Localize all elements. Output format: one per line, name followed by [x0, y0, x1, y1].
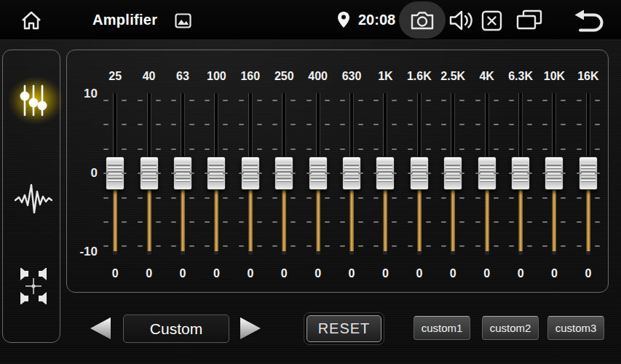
band-track-end — [518, 251, 523, 255]
band-value-label: 0 — [166, 267, 199, 280]
band-track-end — [113, 251, 117, 255]
scale-tick — [358, 173, 363, 174]
scale-tick — [441, 149, 446, 150]
scale-tick — [156, 149, 161, 150]
scale-tick — [475, 173, 480, 174]
scale-tick — [189, 221, 194, 223]
scale-label-minus10: -10 — [71, 245, 98, 259]
scale-tick — [340, 149, 345, 150]
scale-tick — [542, 173, 547, 174]
scale-tick — [205, 197, 210, 199]
sidebar-item-equalizer[interactable] — [13, 80, 54, 121]
scale-tick — [239, 245, 244, 247]
preset-custom2-button[interactable]: custom2 — [482, 316, 539, 340]
band-frequency-label: 1K — [368, 70, 402, 83]
preset-next-button[interactable] — [239, 316, 262, 341]
scale-tick — [509, 221, 514, 223]
location-icon — [337, 11, 350, 28]
scale-tick — [103, 173, 108, 174]
band-frequency-label: 10K — [537, 70, 571, 83]
scale-tick — [156, 124, 161, 125]
preset-display[interactable]: Custom — [123, 314, 229, 343]
eq-band: 1K 0 — [368, 50, 402, 293]
scale-tick — [272, 124, 277, 125]
home-icon[interactable] — [20, 9, 43, 32]
eq-band: 16K 0 — [571, 50, 605, 293]
scale-tick — [340, 124, 345, 125]
scale-tick — [223, 124, 228, 125]
scale-tick — [373, 124, 379, 125]
band-frequency-label: 400 — [301, 70, 334, 83]
band-value-label: 0 — [132, 267, 165, 280]
scale-tick — [392, 149, 397, 150]
scale-tick — [103, 149, 108, 150]
scale-tick — [306, 100, 312, 101]
scale-tick — [272, 149, 277, 150]
scale-tick — [257, 221, 262, 223]
camera-button[interactable] — [399, 1, 446, 39]
right-arrow-icon — [239, 316, 262, 341]
image-icon[interactable] — [174, 12, 191, 28]
scale-tick — [475, 100, 480, 101]
scale-tick — [239, 173, 244, 174]
volume-icon[interactable] — [448, 9, 475, 31]
scale-tick — [189, 100, 194, 101]
scale-tick — [392, 124, 397, 125]
scale-tick — [290, 245, 296, 247]
back-icon[interactable] — [572, 9, 606, 32]
scale-tick — [542, 221, 547, 223]
scale-tick — [156, 197, 161, 199]
band-frequency-label: 160 — [234, 70, 267, 83]
scale-tick — [509, 245, 514, 247]
scale-tick — [272, 173, 277, 174]
scale-tick — [325, 221, 330, 223]
scale-tick — [408, 173, 413, 174]
scale-tick — [542, 197, 547, 199]
scale-tick — [577, 100, 582, 101]
band-frequency-label: 16K — [571, 70, 605, 83]
sidebar — [2, 50, 60, 343]
band-track-end — [248, 251, 253, 255]
scale-tick — [156, 245, 161, 247]
preset-prev-button[interactable] — [89, 316, 112, 341]
scale-tick — [122, 197, 127, 199]
eq-band: 160 0 — [234, 50, 267, 293]
band-frequency-label: 25 — [98, 70, 132, 83]
amplifier-screen: Amplifier 20:08 — [0, 0, 621, 364]
scale-tick — [426, 197, 431, 199]
scale-tick — [595, 124, 600, 125]
preset-custom1-button[interactable]: custom1 — [414, 316, 470, 340]
scale-tick — [171, 100, 176, 101]
band-value-label: 0 — [436, 267, 470, 280]
scale-tick — [122, 173, 127, 174]
band-value-label: 0 — [98, 267, 132, 280]
scale-tick — [257, 245, 262, 247]
scale-tick — [223, 173, 228, 174]
scale-tick — [459, 124, 464, 125]
scale-tick — [272, 221, 277, 223]
sidebar-item-sound-effects[interactable] — [13, 178, 54, 219]
band-track-end — [552, 251, 556, 255]
scale-tick — [494, 124, 499, 125]
scale-tick — [340, 100, 345, 101]
scale-tick — [223, 100, 228, 101]
band-value-label: 0 — [368, 267, 402, 280]
scale-tick — [561, 245, 566, 247]
page-title: Amplifier — [92, 0, 157, 40]
band-track-end — [316, 251, 320, 255]
scale-tick — [358, 124, 363, 125]
eq-band: 400 0 — [301, 50, 334, 293]
preset-custom3-button[interactable]: custom3 — [547, 316, 604, 340]
scale-tick — [475, 149, 480, 150]
scale-tick — [577, 245, 582, 247]
scale-tick — [189, 245, 194, 247]
recent-apps-icon[interactable] — [515, 9, 544, 31]
reset-button[interactable]: RESET — [306, 315, 381, 342]
scale-tick — [441, 173, 446, 174]
sidebar-item-balance-fader[interactable] — [13, 266, 54, 306]
scale-tick — [475, 197, 480, 199]
scale-tick — [373, 221, 379, 223]
scale-tick — [494, 173, 499, 174]
close-window-icon[interactable] — [480, 9, 502, 31]
scale-tick — [358, 100, 363, 101]
